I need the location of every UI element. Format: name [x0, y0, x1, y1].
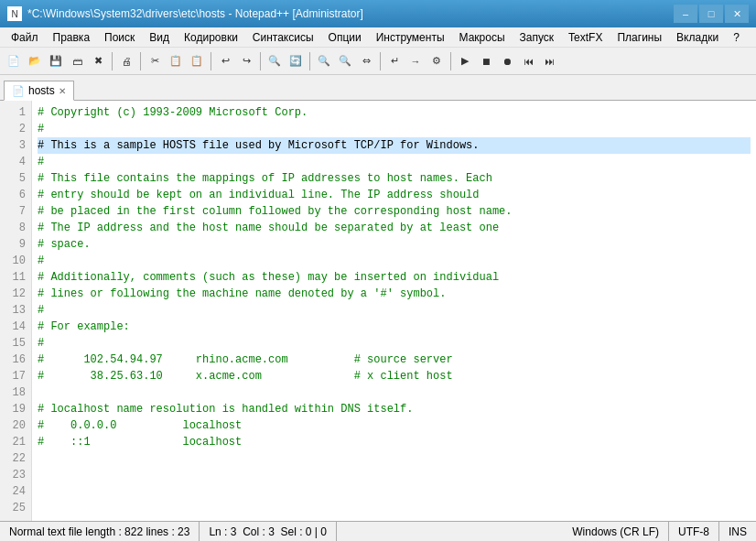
line-4: # — [38, 154, 751, 170]
window-title: *C:\Windows\System32\drivers\etc\hosts -… — [27, 7, 363, 20]
line-22 — [38, 450, 751, 467]
record-button[interactable]: ⏺ — [497, 51, 517, 71]
status-mode: INS — [719, 522, 756, 541]
menu-item-плагины[interactable]: Плагины — [610, 29, 669, 46]
menu-item-правка[interactable]: Правка — [46, 29, 98, 46]
new-button[interactable]: 📄 — [4, 51, 24, 71]
maximize-button[interactable]: □ — [699, 5, 723, 23]
replace-button[interactable]: 🔄 — [286, 51, 306, 71]
tab-label: hosts — [28, 84, 55, 97]
menu-item-синтаксисы[interactable]: Синтаксисы — [245, 29, 321, 46]
status-col: Col : 3 — [243, 525, 275, 538]
indent-button[interactable]: → — [405, 51, 426, 71]
menu-bar: ФайлПравкаПоискВидКодировкиСинтаксисыОпц… — [0, 27, 756, 48]
tab-hosts[interactable]: 📄 hosts ✕ — [4, 81, 74, 101]
tab-close-button[interactable]: ✕ — [59, 86, 66, 96]
tab-bar: 📄 hosts ✕ — [0, 75, 756, 101]
zoom-in-button[interactable]: 🔍 — [314, 51, 334, 71]
toolbar-sep-5 — [309, 52, 310, 70]
tab-icon: 📄 — [12, 85, 25, 97]
find-button[interactable]: 🔍 — [265, 51, 285, 71]
menu-item-вкладки[interactable]: Вкладки — [669, 29, 726, 46]
app-icon: N — [7, 6, 22, 21]
line-24 — [38, 483, 751, 500]
status-position: Ln : 3 Col : 3 Sel : 0 | 0 — [200, 522, 337, 541]
editor-container: 12345 678910 1112131415 1617181920 21222… — [0, 101, 756, 521]
toolbar-sep-7 — [450, 52, 451, 70]
run-button[interactable]: ▶ — [455, 51, 475, 71]
title-bar: N *C:\Windows\System32\drivers\etc\hosts… — [0, 0, 756, 27]
paste-button[interactable]: 📋 — [187, 51, 207, 71]
line-16: # 102.54.94.97 rhino.acme.com # source s… — [38, 352, 751, 368]
menu-item-кодировки[interactable]: Кодировки — [177, 29, 245, 46]
line-1: # Copyright (c) 1993-2009 Microsoft Corp… — [38, 104, 751, 121]
status-sel: Sel : 0 | 0 — [281, 525, 327, 538]
toolbar-sep-1 — [112, 52, 113, 70]
status-encoding-label: UTF-8 — [678, 525, 709, 538]
status-eol-label: Windows (CR LF) — [572, 525, 659, 538]
line-15: # — [38, 335, 751, 352]
editor-content[interactable]: # Copyright (c) 1993-2009 Microsoft Corp… — [32, 101, 756, 521]
line-14: # For example: — [38, 319, 751, 335]
menu-item-textfx[interactable]: TextFX — [561, 29, 610, 46]
line-17: # 38.25.63.10 x.acme.com # x client host — [38, 368, 751, 384]
toolbar-sep-3 — [211, 52, 211, 70]
line-13: # — [38, 302, 751, 319]
menu-item-поиск[interactable]: Поиск — [97, 29, 142, 46]
line-23 — [38, 467, 751, 483]
menu-item-опции[interactable]: Опции — [321, 29, 369, 46]
menu-item-файл[interactable]: Файл — [4, 29, 46, 46]
status-length: Normal text file length : 822 lines : 23 — [9, 525, 189, 538]
settings-button[interactable]: ⚙ — [427, 51, 447, 71]
toolbar: 📄 📂 💾 🗃 ✖ 🖨 ✂ 📋 📋 ↩ ↪ 🔍 🔄 🔍 🔍 ⇔ ↵ → ⚙ ▶ … — [0, 48, 756, 75]
line-12: # lines or following the machine name de… — [38, 286, 751, 302]
line-18 — [38, 384, 751, 401]
status-bar: Normal text file length : 822 lines : 23… — [0, 521, 756, 541]
status-ln: Ln : 3 — [209, 525, 236, 538]
toolbar-sep-2 — [140, 52, 141, 70]
step-button[interactable]: ⏭ — [539, 51, 559, 71]
line-21: # ::1 localhost — [38, 434, 751, 450]
menu-item-макросы[interactable]: Макросы — [452, 29, 513, 46]
line-2: # — [38, 121, 751, 137]
toolbar-sep-6 — [380, 52, 381, 70]
status-encoding: UTF-8 — [669, 522, 719, 541]
menu-item-инструменты[interactable]: Инструменты — [369, 29, 452, 46]
toolbar-sep-4 — [260, 52, 261, 70]
copy-button[interactable]: 📋 — [166, 51, 186, 71]
print-button[interactable]: 🖨 — [116, 51, 136, 71]
wrap-button[interactable]: ↵ — [384, 51, 405, 71]
line-numbers: 12345 678910 1112131415 1617181920 21222… — [0, 101, 32, 521]
stop-button[interactable]: ⏹ — [476, 51, 496, 71]
line-25 — [38, 500, 751, 516]
line-11: # Additionally, comments (such as these)… — [38, 269, 751, 286]
status-file-info: Normal text file length : 822 lines : 23 — [0, 522, 200, 541]
line-20: # 0.0.0.0 localhost — [38, 417, 751, 434]
line-19: # localhost name resolution is handled w… — [38, 401, 751, 417]
menu-item-вид[interactable]: Вид — [142, 29, 177, 46]
undo-button[interactable]: ↩ — [215, 51, 235, 71]
redo-button[interactable]: ↪ — [236, 51, 256, 71]
status-eol: Windows (CR LF) — [563, 522, 669, 541]
open-button[interactable]: 📂 — [25, 51, 45, 71]
line-5: # This file contains the mappings of IP … — [38, 170, 751, 187]
line-3: # This is a sample HOSTS file used by Mi… — [38, 137, 751, 154]
zoom-out-button[interactable]: 🔍 — [335, 51, 355, 71]
line-6: # entry should be kept on an individual … — [38, 187, 751, 203]
save-all-button[interactable]: 🗃 — [67, 51, 87, 71]
line-9: # space. — [38, 236, 751, 253]
close-button[interactable]: ✕ — [725, 5, 749, 23]
minimize-button[interactable]: – — [674, 5, 697, 23]
play-macro-button[interactable]: ⏮ — [518, 51, 538, 71]
menu-item-запуск[interactable]: Запуск — [513, 29, 562, 46]
status-mode-label: INS — [729, 525, 747, 538]
cut-button[interactable]: ✂ — [145, 51, 165, 71]
line-10: # — [38, 253, 751, 269]
menu-item-?[interactable]: ? — [726, 29, 747, 46]
sync-scroll-button[interactable]: ⇔ — [356, 51, 376, 71]
save-button[interactable]: 💾 — [46, 51, 66, 71]
line-8: # The IP address and the host name shoul… — [38, 220, 751, 236]
line-7: # be placed in the first column followed… — [38, 203, 751, 220]
close-doc-button[interactable]: ✖ — [88, 51, 108, 71]
